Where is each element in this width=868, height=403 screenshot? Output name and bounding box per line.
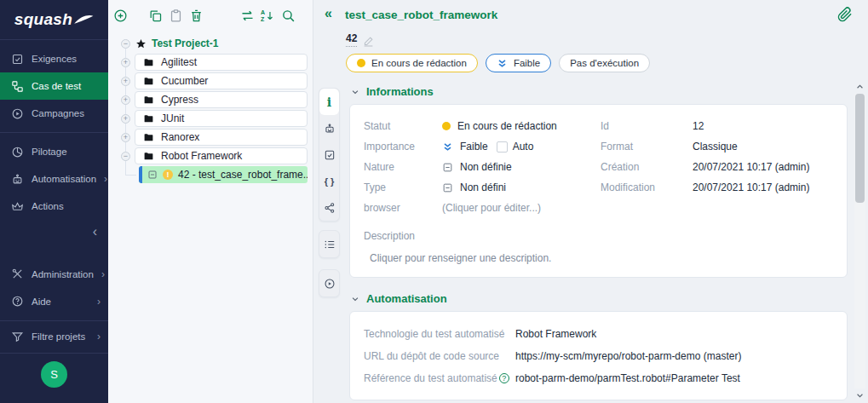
reference-row: 42 <box>346 32 374 47</box>
collapse-expander[interactable]: − <box>121 152 130 161</box>
expand-expander[interactable]: + <box>121 133 130 142</box>
sidebar-item-pilotage[interactable]: Pilotage <box>0 138 108 165</box>
search-button[interactable] <box>281 9 296 23</box>
sidebar-item-filtre-projets[interactable]: Filtre projets › <box>0 326 108 348</box>
expand-expander[interactable]: + <box>121 95 130 105</box>
tree-folder[interactable]: Cypress <box>135 91 308 108</box>
field-modification: Modification 20/07/2021 10:17 (admin) <box>601 177 833 198</box>
tree-item-selected[interactable]: ! 42 - test_case_robot_frame... <box>139 166 308 183</box>
copy-button[interactable] <box>148 9 163 23</box>
new-item-button[interactable] <box>113 9 128 23</box>
field-value[interactable]: Non défini <box>442 181 506 193</box>
sidebar-item-cas-de-test[interactable]: Cas de test <box>0 72 108 100</box>
field-scm-url: URL du dépôt de code source https://my-s… <box>364 345 833 367</box>
sidebar-item-label: Cas de test <box>32 81 81 91</box>
field-label: Technologie du test automatisé <box>364 328 515 340</box>
page-title: test_case_robot_framework <box>345 9 497 21</box>
field-label: Id <box>601 120 693 132</box>
play-circle-icon <box>11 107 24 120</box>
scrollbar-track[interactable] <box>854 94 865 389</box>
scroll-up-button[interactable] <box>855 83 865 91</box>
sidebar-item-label: Exigences <box>32 54 77 64</box>
chevron-down-icon <box>351 295 359 303</box>
info-tab[interactable]: i <box>319 89 339 115</box>
status-badge[interactable]: En cours de rédaction <box>346 54 478 72</box>
help-circle-icon[interactable]: ? <box>499 373 509 383</box>
star-icon <box>135 38 147 49</box>
informations-section-header[interactable]: Informations <box>351 85 848 98</box>
folder-label: Agilitest <box>161 56 197 68</box>
collapse-expander[interactable]: − <box>121 39 130 49</box>
sort-button[interactable]: AZ <box>261 9 275 23</box>
scm-url-value[interactable]: https://my-scm/myrepo/robot-parm-demo (m… <box>515 350 741 362</box>
sidebar-item-administration[interactable]: Administration › <box>0 261 108 288</box>
automation-section-header[interactable]: Automatisation <box>351 292 848 305</box>
user-avatar[interactable]: S <box>41 361 67 388</box>
modification-value: 20/07/2021 10:17 (admin) <box>693 181 809 193</box>
expand-expander[interactable]: + <box>121 58 130 67</box>
sidebar-item-exigences[interactable]: Exigences <box>0 45 108 72</box>
execution-badge[interactable]: Pas d'exécution <box>559 54 650 72</box>
scroll-down-button[interactable] <box>855 391 865 400</box>
automation-tech-value[interactable]: Robot Framework <box>515 328 596 340</box>
paste-button[interactable] <box>169 9 183 23</box>
attachments-button[interactable] <box>837 5 853 24</box>
tree-project-row[interactable]: − Test Project-1 <box>108 34 313 53</box>
id-value: 12 <box>693 120 704 132</box>
description-placeholder[interactable]: Cliquer pour renseigner une description. <box>370 252 833 264</box>
field-value[interactable]: Faible <box>442 141 488 153</box>
importance-badge[interactable]: Faible <box>486 54 551 72</box>
sidebar-collapse-button[interactable]: ‹ <box>0 220 108 244</box>
tree-folder[interactable]: Cucumber <box>135 72 308 89</box>
delete-button[interactable] <box>189 9 204 23</box>
sidebar-item-aide[interactable]: Aide › <box>0 288 108 315</box>
edit-pencil-icon[interactable] <box>363 36 374 47</box>
tree-folder[interactable]: Ranorex <box>135 129 308 146</box>
robot-tab[interactable] <box>319 115 339 141</box>
tree-folder[interactable]: Robot Framework <box>135 147 308 164</box>
scrollbar-thumb[interactable] <box>855 94 865 203</box>
collapse-panel-button[interactable]: « <box>325 7 332 20</box>
sidebar: squash Exigences Cas de test Campagnes P… <box>0 0 108 403</box>
squash-logo[interactable]: squash <box>0 0 108 40</box>
automated-test-ref-value[interactable]: robot-parm-demo/parmTest.robot#Parameter… <box>515 372 740 384</box>
play-tab[interactable] <box>319 270 339 296</box>
expand-expander[interactable]: + <box>121 114 130 124</box>
field-id: Id 12 <box>601 116 833 136</box>
expand-expander[interactable]: + <box>121 77 130 86</box>
logo-text: squash <box>14 10 72 29</box>
vertical-scrollbar[interactable] <box>854 83 865 400</box>
braces-tab[interactable]: { } <box>319 168 339 194</box>
sidebar-item-automatisation[interactable]: Automatisation › <box>0 165 108 193</box>
dataset-tab-group <box>319 230 340 258</box>
format-value: Classique <box>693 141 738 153</box>
list-tab[interactable] <box>319 231 339 257</box>
reference-field[interactable]: 42 <box>346 32 357 47</box>
status-value: En cours de rédaction <box>457 120 557 132</box>
field-value[interactable]: Non définie <box>442 161 512 173</box>
minus-square-icon <box>147 170 158 180</box>
tree-folder-row: − Robot Framework <box>108 147 313 165</box>
sidebar-item-actions[interactable]: Actions <box>0 193 108 220</box>
checkbox-tab[interactable] <box>319 141 339 168</box>
field-statut: Statut En cours de rédaction <box>364 116 601 136</box>
sidebar-item-campagnes[interactable]: Campagnes <box>0 100 108 127</box>
tools-icon <box>11 268 24 280</box>
browser-value[interactable]: (Cliquer pour éditer...) <box>442 202 541 214</box>
anchor-tab-group: i { } <box>319 88 340 222</box>
sidebar-item-label: Pilotage <box>32 147 67 157</box>
import-export-button[interactable] <box>240 9 255 23</box>
field-value[interactable]: En cours de rédaction <box>442 120 557 132</box>
tree-folder[interactable]: JUnit <box>135 110 308 127</box>
auto-checkbox[interactable] <box>497 141 508 153</box>
folder-icon <box>143 76 154 87</box>
field-label: Importance <box>364 141 442 153</box>
tree-folder[interactable]: Agilitest <box>135 54 308 71</box>
minus-square-icon <box>442 182 453 193</box>
folder-icon <box>143 57 154 68</box>
sidebar-nav-secondary: Administration › Aide › <box>0 256 108 315</box>
tree-folder-row: + JUnit <box>108 109 313 128</box>
share-tab[interactable] <box>319 194 339 221</box>
field-type: Type Non défini <box>364 177 601 198</box>
field-label: Type <box>364 181 442 193</box>
